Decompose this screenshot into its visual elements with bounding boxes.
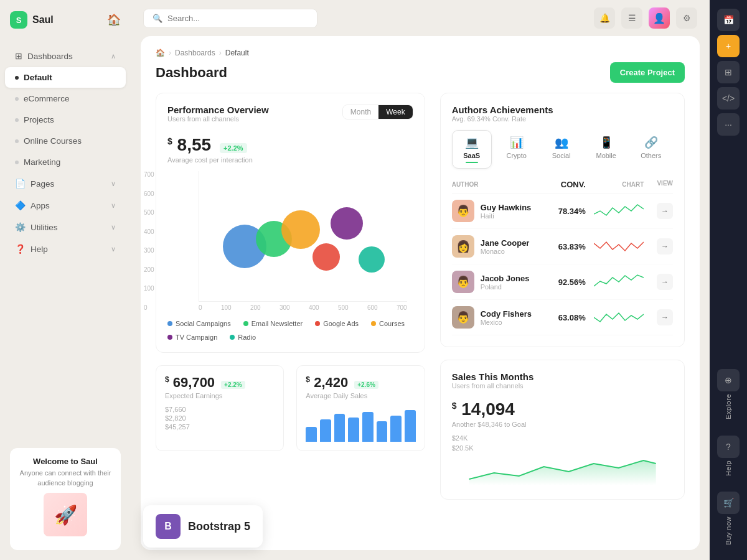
help-button[interactable]: ? xyxy=(717,436,740,458)
author-name: Guy Hawkins xyxy=(481,203,532,212)
authors-subtitle: Avg. 69.34% Conv. Rate xyxy=(452,115,673,123)
legend-dot xyxy=(167,335,172,340)
legend-item-courses: Courses xyxy=(371,320,405,327)
chart-bubble xyxy=(331,207,363,240)
author-name: Jane Cooper xyxy=(481,238,530,248)
table-row: 👩 Jane Cooper Monaco 63.83% xyxy=(452,229,673,264)
sidebar-toggle-icon[interactable]: 🏠 xyxy=(107,13,121,27)
sales-value: $ 14,094 xyxy=(452,399,515,419)
tab-social[interactable]: 👥 Social xyxy=(542,130,581,169)
plus-icon-button[interactable]: + xyxy=(717,35,740,57)
sidebar-item-marketing[interactable]: Marketing xyxy=(5,152,126,172)
sidebar-header: S Saul 🏠 xyxy=(0,0,131,40)
view-button[interactable]: → xyxy=(657,238,673,254)
buy-panel-item[interactable]: 🛒 Buy now xyxy=(717,485,740,551)
sidebar: S Saul 🏠 ⊞ Dashboards ∧ Default xyxy=(0,0,131,560)
dots-icon-button[interactable]: ··· xyxy=(717,113,740,136)
buy-now-label: Buy now xyxy=(725,516,732,545)
month-toggle-button[interactable]: Month xyxy=(343,105,378,119)
calendar-icon-button[interactable]: 📅 xyxy=(717,9,740,31)
view-button[interactable]: → xyxy=(657,203,673,219)
stat-expected-earnings: $ 69,700 +2.2% Expected Earnings $7,660 … xyxy=(156,365,284,451)
author-country: Monaco xyxy=(481,248,530,255)
bubble-chart xyxy=(199,171,407,302)
sales-card: Sales This Months Users from all channel… xyxy=(440,360,685,500)
sidebar-item-help[interactable]: ❓ Help ∨ xyxy=(5,238,126,259)
nav-dot xyxy=(15,118,19,122)
legend-dot xyxy=(167,321,172,326)
menu-button[interactable]: ☰ xyxy=(621,7,642,29)
sidebar-item-dashboards[interactable]: ⊞ Dashboards ∧ xyxy=(5,45,126,67)
sidebar-item-projects[interactable]: Projects xyxy=(5,110,126,130)
chevron-down-icon: ∨ xyxy=(111,180,116,188)
sidebar-item-pages[interactable]: 📄 Pages ∨ xyxy=(5,173,126,194)
help-panel-item[interactable]: ? Help xyxy=(717,429,740,482)
mobile-icon: 📱 xyxy=(599,136,613,149)
nav-dot xyxy=(15,161,19,164)
sidebar-item-label: Default xyxy=(24,73,52,82)
sidebar-item-utilities[interactable]: ⚙️ Utilities ∨ xyxy=(5,217,126,238)
search-input[interactable] xyxy=(167,14,308,23)
search-box[interactable]: 🔍 xyxy=(143,9,317,28)
week-toggle-button[interactable]: Week xyxy=(378,105,412,119)
buy-button[interactable]: 🛒 xyxy=(717,492,740,514)
header-actions: 🔔 ☰ 👤 ⚙ xyxy=(594,7,697,29)
notification-button[interactable]: 🔔 xyxy=(594,7,615,29)
th-author: AUTHOR xyxy=(452,180,539,189)
sales-goal-text: Another $48,346 to Goal xyxy=(452,421,673,428)
author-avatar: 👨 xyxy=(452,271,474,293)
create-project-button[interactable]: Create Project xyxy=(610,62,685,83)
sales-subtitle: Users from all channels xyxy=(452,382,673,390)
welcome-title: Welcome to Saul xyxy=(19,457,112,466)
explore-label: Explore xyxy=(725,394,732,419)
view-button[interactable]: → xyxy=(657,274,673,290)
bar xyxy=(405,410,416,442)
sparkline-chart xyxy=(594,308,644,327)
explore-button[interactable]: ⊕ xyxy=(717,369,740,391)
sidebar-item-default[interactable]: Default xyxy=(5,67,126,88)
settings-icon[interactable]: ⚙ xyxy=(676,7,697,29)
breadcrumb-current: Default xyxy=(225,49,249,57)
dashboards-icon: ⊞ xyxy=(15,51,22,61)
th-chart: CHART xyxy=(586,180,644,189)
bootstrap-badge: B Bootstrap 5 xyxy=(143,505,263,548)
nav-dot xyxy=(15,97,19,101)
sales-area-chart xyxy=(452,454,673,485)
table-row: 👨 Guy Hawkins Haiti 78.34% xyxy=(452,194,673,229)
content-area: 🏠 › Dashboards › Default Dashboard Creat… xyxy=(141,36,700,550)
sparkline-chart xyxy=(594,237,644,256)
legend-item-tv: TV Campaign xyxy=(167,334,217,341)
view-button[interactable]: → xyxy=(657,309,673,325)
tab-others[interactable]: 🔗 Others xyxy=(631,130,671,169)
sidebar-item-label: Dashboards xyxy=(27,52,73,61)
performance-subtitle: Users from all channels xyxy=(167,115,269,123)
author-name: Jacob Jones xyxy=(481,274,530,283)
chevron-down-icon: ∨ xyxy=(111,223,116,231)
grid-icon-button[interactable]: ⊞ xyxy=(717,61,740,83)
apps-icon: 🔷 xyxy=(15,200,26,210)
tab-saas[interactable]: 💻 SaaS xyxy=(452,130,492,169)
tab-crypto[interactable]: 📊 Crypto xyxy=(497,130,537,169)
explore-panel-item[interactable]: ⊕ Explore xyxy=(717,363,740,426)
table-row: 👨 Cody Fishers Mexico 63.08% xyxy=(452,300,673,335)
breadcrumb-dashboards[interactable]: Dashboards xyxy=(175,49,215,57)
bootstrap-label: Bootstrap 5 xyxy=(188,520,250,533)
metric-label: Avarage cost per interaction xyxy=(167,156,413,164)
stats-row: $ 69,700 +2.2% Expected Earnings $7,660 … xyxy=(156,365,425,451)
avatar[interactable]: 👤 xyxy=(649,7,670,29)
code-icon-button[interactable]: </> xyxy=(717,87,740,110)
sidebar-item-label: Projects xyxy=(24,115,54,124)
author-name: Cody Fishers xyxy=(481,309,532,319)
sidebar-item-online-courses[interactable]: Online Courses xyxy=(5,131,126,151)
bar xyxy=(320,419,331,442)
sidebar-item-label: Utilities xyxy=(31,223,58,232)
th-conv: CONV. xyxy=(539,180,586,189)
mini-bar-chart xyxy=(306,404,415,442)
sidebar-logo: S Saul xyxy=(10,11,54,29)
social-icon: 👥 xyxy=(555,136,568,149)
sidebar-item-ecommerce[interactable]: eCommerce xyxy=(5,88,126,109)
tab-mobile[interactable]: 📱 Mobile xyxy=(586,130,626,169)
sidebar-item-apps[interactable]: 🔷 Apps ∨ xyxy=(5,195,126,216)
nav-dot-active xyxy=(15,76,19,80)
others-icon: 🔗 xyxy=(644,136,658,149)
